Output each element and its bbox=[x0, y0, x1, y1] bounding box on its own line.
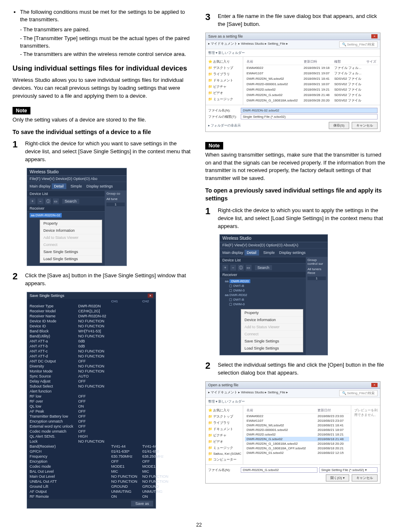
dialog-toolbar[interactable]: 整理 ▾ 新しいフォルダー bbox=[206, 49, 380, 57]
save-as-button[interactable]: Save as bbox=[131, 501, 153, 507]
file-row[interactable]: EWA#00222018/09/21 19:18ファイル フォル... bbox=[245, 65, 378, 71]
selected-device[interactable]: aa DWR-R02DN-02 bbox=[30, 213, 62, 218]
filetype-dropdown[interactable]: Single Setting File (*.sdsv02) ▾ bbox=[319, 467, 378, 473]
sidebar-item[interactable]: ミュージック bbox=[207, 445, 241, 451]
ctx-connect[interactable]: Connect bbox=[241, 331, 303, 338]
file-row[interactable]: DWR-R02D.sdsv022018/09/21 19:21SDSV02 ファ… bbox=[245, 87, 378, 92]
minus-icon[interactable]: − bbox=[38, 198, 43, 204]
sidebar-item[interactable]: ドキュメント bbox=[207, 77, 241, 84]
all-tuners-label: All tune bbox=[106, 197, 125, 201]
subsection-save: To save the individual settings of a dev… bbox=[13, 128, 193, 136]
sidebar-item[interactable]: デスクトップ bbox=[207, 65, 241, 71]
ctx-load-single[interactable]: Load Single Settings bbox=[40, 256, 102, 263]
section-intro: Wireless Studio allows you to save indiv… bbox=[13, 76, 193, 100]
open-button[interactable]: 開く(O) ▾ bbox=[326, 474, 349, 481]
filename-field[interactable]: DWR-R02DN_G.sdsv02 bbox=[241, 467, 317, 473]
file-row[interactable]: EWA#00222018/08/23 23:03 bbox=[245, 414, 349, 419]
search-input[interactable]: 🔍 Setting_Fileの検索 bbox=[339, 41, 378, 48]
step-1-text: Right-click the device for which you wan… bbox=[25, 140, 193, 164]
ctx-add-status-viewer[interactable]: Add to Status Viewer bbox=[40, 234, 102, 241]
group-control-panel: Group control sur All tuners Rece 1 bbox=[306, 257, 327, 355]
breadcrumb[interactable]: ▸ マイドキュメント ▸ Wireless Studio ▸ Setting_F… bbox=[208, 390, 288, 396]
ctx-device-info[interactable]: Device Information bbox=[40, 227, 102, 234]
ctx-property[interactable]: Property bbox=[241, 309, 303, 317]
file-row[interactable]: DWR-R02DN_01.sdsv022018/08/22 12:15 bbox=[245, 451, 349, 455]
filetype-field[interactable]: Single Setting File (*.sdsv02) bbox=[241, 114, 378, 119]
dash-item: The [Transmitter Type] settings must be … bbox=[20, 35, 193, 50]
cancel-button[interactable]: キャンセル bbox=[352, 474, 378, 481]
col-ch2: CH2 bbox=[140, 299, 171, 304]
file-row[interactable]: DWR-R02DN_G.sdsv022018/08/18 21:48 bbox=[245, 437, 349, 441]
app-titlebar: Wireless Studio bbox=[220, 235, 327, 242]
file-row[interactable]: EWA#11072018/08/23 23:07 bbox=[245, 418, 349, 423]
file-row[interactable]: DWR-R02D-000001.sdsv022018/09/21 18:07SD… bbox=[245, 81, 378, 87]
ctx-add-status-viewer[interactable]: Add to Status Viewer bbox=[241, 324, 303, 331]
sidebar-item[interactable]: ビデオ bbox=[207, 90, 241, 96]
file-row[interactable]: DWR-R02DN_G_180818A.sdsv022018/08/18 20:… bbox=[245, 441, 349, 446]
save-button[interactable]: 保存(S) bbox=[329, 122, 349, 129]
context-menu: Property Device Information Add to Statu… bbox=[241, 309, 303, 352]
sidebar-item[interactable]: ビデオ bbox=[207, 438, 241, 445]
file-row[interactable]: DWR-R02DN_G.sdsv022018/09/28 21:48SDSV02… bbox=[245, 92, 378, 98]
file-row[interactable]: DWR-R02D-000001.sdsv022018/08/21 18:07 bbox=[245, 428, 349, 432]
file-row[interactable]: DWR-R02DN_G_180818A_OFF.sdsv022018/08/18… bbox=[245, 446, 349, 451]
sidebar-item[interactable]: デスクトップ bbox=[207, 413, 241, 420]
ctx-connect[interactable]: Connect bbox=[40, 241, 102, 248]
sidebar-item[interactable]: ライブラリ bbox=[207, 420, 241, 426]
dialog-sidebar: お気に入りデスクトップライブラリドキュメントピクチャビデオミュージック bbox=[206, 57, 243, 105]
file-list: 名前更新日付 EWA#00222018/08/23 23:03EWA#11072… bbox=[243, 405, 351, 464]
info-icon[interactable]: ⓘ bbox=[238, 265, 244, 271]
sidebar-item[interactable]: Saitou, Kei (SGMO) bbox=[207, 451, 241, 456]
info-icon[interactable]: ⓘ bbox=[45, 198, 51, 204]
file-row[interactable]: EWA#11072018/09/21 19:07ファイル フォル... bbox=[245, 71, 378, 76]
ctx-save-single[interactable]: Save Single Settings bbox=[40, 248, 102, 256]
filename-field[interactable]: DWR-R02DN-02.sdsv02 bbox=[241, 108, 378, 113]
minus-icon[interactable]: − bbox=[230, 265, 236, 271]
sidebar-item[interactable]: ドキュメント bbox=[207, 426, 241, 432]
close-icon[interactable]: × bbox=[371, 383, 378, 387]
display-settings-label: Display settings bbox=[279, 251, 305, 255]
tab-simple[interactable]: Simple bbox=[68, 183, 85, 189]
tab-detail[interactable]: Detail bbox=[52, 183, 66, 189]
search-button[interactable]: Search bbox=[255, 265, 272, 270]
file-row[interactable]: DWR-R02DN_WLsdsv022018/09/21 18:41SDSV02… bbox=[245, 76, 378, 81]
search-button[interactable]: Search bbox=[62, 199, 79, 204]
sidebar-item[interactable]: ピクチャ bbox=[207, 432, 241, 438]
sidebar-item[interactable]: コンピューター bbox=[207, 456, 241, 463]
app-titlebar: Wireless Studio bbox=[27, 168, 126, 176]
close-icon[interactable]: × bbox=[371, 34, 378, 38]
sidebar-item[interactable]: ライブラリ bbox=[207, 71, 241, 77]
note-badge: Note bbox=[13, 107, 30, 114]
sidebar-item[interactable]: お気に入り bbox=[207, 407, 241, 413]
device-list-toolbar: + − ⓘ ▭ Search bbox=[27, 197, 105, 205]
search-input[interactable]: 🔍 Setting_Fileの検索 bbox=[339, 390, 378, 396]
note-text: Only the setting values of a device are … bbox=[13, 116, 193, 124]
filter-icon[interactable]: ▭ bbox=[246, 265, 252, 271]
ctx-load-single[interactable]: Load Single Settings bbox=[241, 345, 303, 352]
file-row[interactable]: DWR-R02DN_G_180818A.sdsv022018/09/28 20:… bbox=[245, 98, 378, 103]
close-icon[interactable]: × bbox=[148, 294, 153, 298]
cancel-button[interactable]: キャンセル bbox=[352, 122, 378, 129]
filter-icon[interactable]: ▭ bbox=[53, 198, 59, 204]
step-number: 2 bbox=[205, 361, 213, 370]
plus-icon[interactable]: + bbox=[30, 198, 35, 204]
ctx-save-single[interactable]: Save Single Settings bbox=[241, 338, 303, 345]
plus-icon[interactable]: + bbox=[222, 265, 228, 271]
sidebar-item[interactable]: ピクチャ bbox=[207, 84, 241, 90]
tab-detail[interactable]: Detail bbox=[244, 250, 259, 256]
dialog-toolbar[interactable]: 整理 ▾ 新しいフォルダー bbox=[206, 398, 380, 405]
conditions-dash-list: The transmitters are paired. The [Transm… bbox=[13, 26, 193, 58]
folder-hide-toggle[interactable]: ▸ フォルダーの非表示 bbox=[208, 123, 241, 128]
tab-simple[interactable]: Simple bbox=[261, 250, 277, 256]
sidebar-item[interactable]: お気に入り bbox=[207, 58, 241, 65]
ctx-device-info[interactable]: Device Information bbox=[241, 317, 303, 324]
preview-pane: プレビューを利用できません。 bbox=[351, 405, 380, 464]
dialog-title: Open a setting file bbox=[208, 383, 239, 387]
breadcrumb[interactable]: ▸ マイドキュメント ▸ Wireless Studio ▸ Setting_F… bbox=[208, 41, 288, 48]
ctx-property[interactable]: Property bbox=[40, 220, 102, 227]
file-row[interactable]: DWR-R02DN_WLsdsv022018/08/21 18:41 bbox=[245, 423, 349, 428]
group-label: Group control sur bbox=[307, 258, 326, 266]
file-row[interactable]: DWR-R02D.sdsv022018/08/21 18:21 bbox=[245, 432, 349, 437]
sidebar-item[interactable]: ミュージック bbox=[207, 96, 241, 102]
receiver-header: Receiver bbox=[220, 272, 306, 278]
